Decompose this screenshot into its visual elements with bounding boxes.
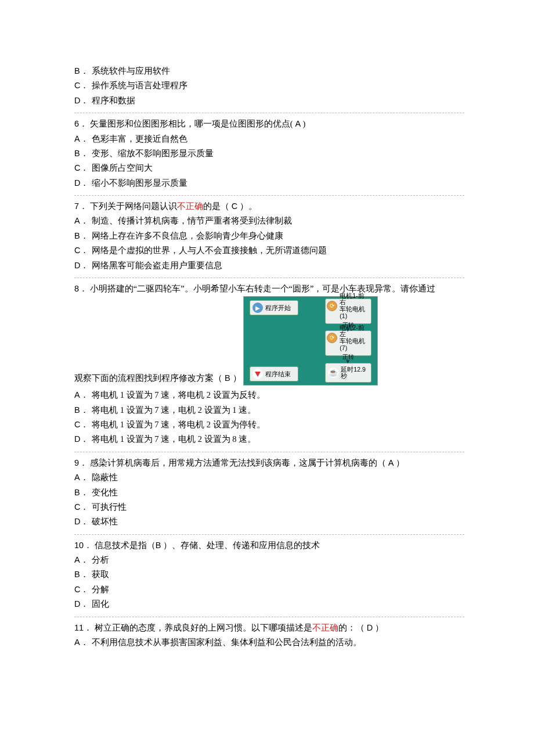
node-label: 程序结束 <box>265 369 291 380</box>
q10-stem: 10． 信息技术是指（B ）、存储、处理、传递和应用信息的技术 <box>74 538 464 553</box>
divider <box>74 278 464 278</box>
question-number: 6． <box>74 119 88 128</box>
answer-mark: B <box>222 373 233 383</box>
q5-option-C: C．操作系统与语言处理程序 <box>74 78 464 93</box>
answer-mark: C <box>229 201 240 211</box>
question-number: 11． <box>74 623 92 632</box>
option-letter: A． <box>74 553 92 567</box>
q6-option-C: C．图像所占空间大 <box>74 161 464 175</box>
option-text: 不利用信息技术从事损害国家利益、集体利益和公民合法利益的活动。 <box>92 635 362 650</box>
stem-text: 小明搭建的“二驱四轮车”。小明希望小车右转走一个“圆形”，可是小车表现异常。请你… <box>90 284 436 293</box>
divider <box>74 195 464 196</box>
q7-option-D: D．网络黑客可能会盗走用户重要信息 <box>74 258 464 273</box>
answer-mark: B <box>156 541 164 550</box>
option-letter: D． <box>74 597 92 611</box>
option-text: 程序和数据 <box>92 93 135 108</box>
stem-text: ）、存储、处理、传递和应用信息的技术 <box>163 541 320 550</box>
arrow-down-icon: ▼ <box>345 325 351 335</box>
flow-node-start: ▶ 程序开始 <box>250 300 298 315</box>
option-letter: C． <box>74 500 92 514</box>
stem-text: 矢量图形和位图图形相比，哪一项是位图图形的优点( <box>90 119 293 128</box>
q10-option-C: C．分解 <box>74 582 464 597</box>
q6-stem: 6． 矢量图形和位图图形相比，哪一项是位图图形的优点( A ) <box>74 117 464 131</box>
node-label: 程序开始 <box>265 303 291 314</box>
node-sub: 秒 <box>341 372 347 379</box>
stem-text: 的：（ <box>338 623 365 632</box>
q9-option-B: B．变化性 <box>74 485 464 500</box>
stem-text: 感染计算机病毒后，用常规方法通常无法找到该病毒，这属于计算机病毒的（ <box>90 458 386 467</box>
option-text: 将电机 1 设置为 7 速，电机 2 设置为 8 速。 <box>92 432 256 447</box>
stem-text: 观察下面的流程图找到程序修改方案（ <box>74 373 222 383</box>
stem-text: 树立正确的态度，养成良好的上网习惯。以下哪项描述是 <box>95 623 312 632</box>
option-letter: C． <box>74 582 92 597</box>
q9-option-A: A．隐蔽性 <box>74 470 464 485</box>
q5-option-D: D．程序和数据 <box>74 93 464 108</box>
q8-stem-top: 8． 小明搭建的“二驱四轮车”。小明希望小车右转走一个“圆形”，可是小车表现异常… <box>74 282 464 296</box>
option-text: 变化性 <box>92 485 118 500</box>
flowchart-diagram: ▶ 程序开始 程序结束 ⟳电机1-前右车轮电机(1) 正转 ⟳电机2-前左车轮电… <box>243 296 378 386</box>
q8-option-A: A．将电机 1 设置为 7 速，将电机 2 设置为反转。 <box>74 388 464 402</box>
option-text: 图像所占空间大 <box>92 161 153 175</box>
option-text: 破坏性 <box>92 514 118 529</box>
q9-option-D: D．破坏性 <box>74 514 464 529</box>
option-letter: C． <box>74 78 92 93</box>
exam-page: B．系统软件与应用软件 C．操作系统与语言处理程序 D．程序和数据 6． 矢量图… <box>0 0 534 756</box>
question-number: 9． <box>74 458 88 467</box>
q7-option-A: A．制造、传播计算机病毒，情节严重者将受到法律制裁 <box>74 214 464 228</box>
wrong-keyword: 不正确 <box>312 623 338 632</box>
option-letter: C． <box>74 161 92 175</box>
stem-text: ）。 <box>240 201 257 211</box>
stem-text: 的是（ <box>203 201 229 211</box>
option-text: 变形、缩放不影响图形显示质量 <box>92 146 214 161</box>
question-number: 8． <box>74 284 88 293</box>
wrong-keyword: 不正确 <box>177 201 203 211</box>
delay-icon: ☕ <box>328 368 338 378</box>
divider <box>74 113 464 113</box>
option-letter: A． <box>74 388 92 402</box>
motor-icon: ⟳ <box>327 333 337 343</box>
option-letter: A． <box>74 470 92 485</box>
option-text: 系统软件与应用软件 <box>92 64 170 78</box>
option-text: 制造、传播计算机病毒，情节严重者将受到法律制裁 <box>92 214 292 228</box>
node-label: 电机2-前左 <box>340 324 364 338</box>
answer-mark: A <box>293 119 303 128</box>
option-letter: B． <box>74 485 92 500</box>
stem-text: 下列关于网络问题认识 <box>90 201 177 211</box>
option-text: 缩小不影响图形显示质量 <box>92 176 187 190</box>
option-letter: A． <box>74 132 92 146</box>
divider <box>74 452 464 452</box>
option-letter: C． <box>74 417 92 432</box>
q10-option-B: B．获取 <box>74 567 464 582</box>
flow-node-end: 程序结束 <box>250 366 298 381</box>
option-letter: D． <box>74 258 92 273</box>
q9-option-C: C．可执行性 <box>74 500 464 514</box>
option-letter: A． <box>74 635 92 650</box>
q5-option-B: B．系统软件与应用软件 <box>74 64 464 78</box>
motor-icon: ⟳ <box>327 301 337 311</box>
node-sub: 车轮电机(7) <box>340 337 365 351</box>
option-text: 网络黑客可能会盗走用户重要信息 <box>92 258 222 273</box>
q6-option-A: A．色彩丰富，更接近自然色 <box>74 132 464 146</box>
arrow-down-icon: ▼ <box>345 357 351 367</box>
option-text: 隐蔽性 <box>92 470 118 485</box>
stem-text: ） <box>233 373 241 383</box>
stem-text: ） <box>396 458 405 467</box>
node-label: 电机1-前右 <box>340 292 364 306</box>
option-text: 分解 <box>92 582 109 597</box>
q6-option-D: D．缩小不影响图形显示质量 <box>74 176 464 190</box>
end-icon <box>252 369 263 379</box>
q7-stem: 7． 下列关于网络问题认识不正确的是（ C ）。 <box>74 199 464 214</box>
option-text: 色彩丰富，更接近自然色 <box>92 132 187 146</box>
stem-text: ） <box>375 623 384 632</box>
option-text: 将电机 1 设置为 7 速，电机 2 设置为 1 速。 <box>92 403 256 417</box>
start-icon: ▶ <box>252 303 263 313</box>
option-text: 操作系统与语言处理程序 <box>92 78 187 93</box>
q11-stem: 11． 树立正确的态度，养成良好的上网习惯。以下哪项描述是不正确的：（ D ） <box>74 621 464 635</box>
option-letter: B． <box>74 229 92 243</box>
q10-option-A: A．分析 <box>74 553 464 567</box>
stem-text: 信息技术是指（ <box>95 541 156 550</box>
option-text: 获取 <box>92 567 109 582</box>
option-letter: C． <box>74 243 92 258</box>
option-text: 固化 <box>92 597 109 611</box>
option-text: 将电机 1 设置为 7 速，将电机 2 设置为反转。 <box>92 388 265 402</box>
